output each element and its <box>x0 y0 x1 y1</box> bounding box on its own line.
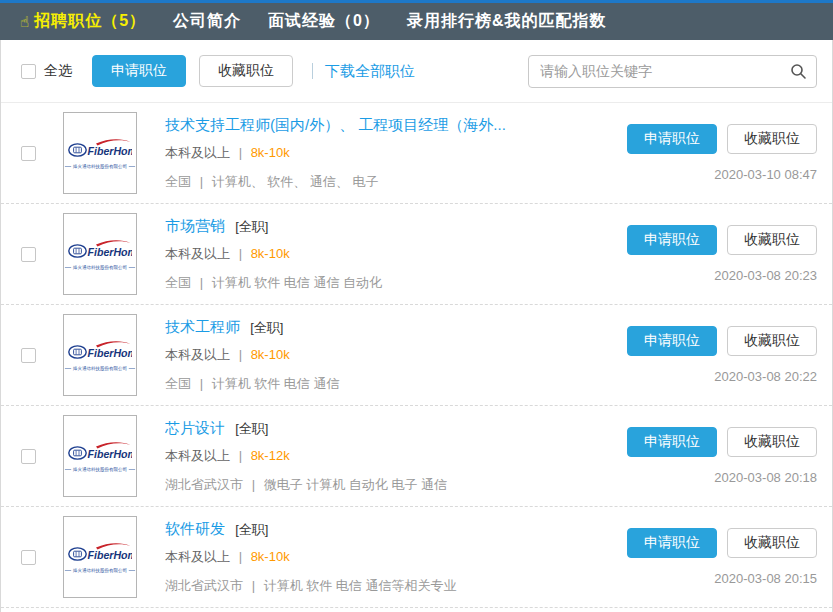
job-row-checkbox[interactable] <box>21 550 36 565</box>
favorite-jobs-button[interactable]: 收藏职位 <box>199 55 293 87</box>
education-label: 本科及以上 <box>165 448 230 463</box>
post-timestamp: 2020-03-08 20:15 <box>714 571 817 586</box>
apply-job-button[interactable]: 申请职位 <box>627 326 717 356</box>
location-label: 全国 <box>165 376 191 391</box>
job-title-link[interactable]: 市场营销 <box>165 217 225 234</box>
toolbar-divider <box>312 63 313 79</box>
location-label: 全国 <box>165 174 191 189</box>
apply-jobs-button[interactable]: 申请职位 <box>92 55 186 87</box>
tab-company-profile-label: 公司简介 <box>173 11 241 32</box>
job-info: 技术工程师 [全职] 本科及以上 | 8k-10k 全国 | 计算机 软件 电信… <box>165 318 627 393</box>
job-requirements: 本科及以上 | 8k-10k <box>165 548 627 566</box>
company-logo: FiberHome 烽火通信科技股份有限公司 <box>63 415 137 497</box>
job-title-line: 市场营销 [全职] <box>165 217 627 236</box>
location-label: 湖北省武汉市 <box>165 578 243 593</box>
favorite-job-button[interactable]: 收藏职位 <box>727 528 817 558</box>
job-location-fields: 全国 | 计算机、 软件、 通信、 电子 <box>165 173 627 191</box>
select-all-checkbox[interactable] <box>21 64 36 79</box>
favorite-job-button[interactable]: 收藏职位 <box>727 326 817 356</box>
post-timestamp: 2020-03-08 20:18 <box>714 470 817 485</box>
post-timestamp: 2020-03-10 08:47 <box>714 167 817 182</box>
favorite-job-button[interactable]: 收藏职位 <box>727 124 817 154</box>
svg-text:FiberHome: FiberHome <box>88 145 133 157</box>
tab-interview-experience-label: 面试经验（0） <box>268 11 380 32</box>
tags-separator: | <box>252 477 255 492</box>
tags-separator: | <box>252 578 255 593</box>
job-info: 芯片设计 [全职] 本科及以上 | 8k-12k 湖北省武汉市 | 微电子 计算… <box>165 419 627 494</box>
job-title-link[interactable]: 技术工程师 <box>165 318 240 335</box>
job-requirements: 本科及以上 | 8k-10k <box>165 144 627 162</box>
action-buttons: 申请职位 收藏职位 <box>627 124 817 154</box>
logo-tagline: 烽火通信科技股份有限公司 <box>63 466 137 471</box>
salary-label: 8k-10k <box>251 549 290 564</box>
action-buttons: 申请职位 收藏职位 <box>627 528 817 558</box>
tab-ranking-match[interactable]: 录用排行榜&我的匹配指数 <box>407 11 607 32</box>
apply-job-button[interactable]: 申请职位 <box>627 225 717 255</box>
location-label: 全国 <box>165 275 191 290</box>
hand-pointer-icon: ☝ <box>20 13 30 31</box>
favorite-job-button[interactable]: 收藏职位 <box>727 225 817 255</box>
job-title-line: 芯片设计 [全职] <box>165 419 627 438</box>
job-row: FiberHome 烽火通信科技股份有限公司 市场营销 [全职] 本科及以上 |… <box>1 204 832 305</box>
job-title-link[interactable]: 软件研发 <box>165 520 225 537</box>
post-timestamp: 2020-03-08 20:23 <box>714 268 817 283</box>
company-logo: FiberHome 烽火通信科技股份有限公司 <box>63 213 137 295</box>
download-all-jobs-link[interactable]: 下载全部职位 <box>325 62 415 81</box>
job-requirements: 本科及以上 | 8k-10k <box>165 346 627 364</box>
tab-interview-experience[interactable]: 面试经验（0） <box>268 11 380 32</box>
post-timestamp: 2020-03-08 20:22 <box>714 369 817 384</box>
job-title-line: 技术工程师 [全职] <box>165 318 627 337</box>
search-icon[interactable] <box>790 63 807 80</box>
fields-label: 计算机、 软件、 通信、 电子 <box>212 174 379 189</box>
svg-text:FiberHome: FiberHome <box>88 347 133 359</box>
education-label: 本科及以上 <box>165 145 230 160</box>
meta-separator: | <box>239 347 242 362</box>
action-buttons: 申请职位 收藏职位 <box>627 225 817 255</box>
tab-company-profile[interactable]: 公司简介 <box>173 11 241 32</box>
logo-tagline: 烽火通信科技股份有限公司 <box>63 365 137 370</box>
tab-jobs[interactable]: ☝ 招聘职位（5） <box>20 11 146 32</box>
svg-text:FiberHome: FiberHome <box>88 549 133 561</box>
tags-separator: | <box>200 174 203 189</box>
job-row-checkbox[interactable] <box>21 146 36 161</box>
company-logo: FiberHome 烽火通信科技股份有限公司 <box>63 516 137 598</box>
apply-job-button[interactable]: 申请职位 <box>627 528 717 558</box>
job-info: 软件研发 [全职] 本科及以上 | 8k-10k 湖北省武汉市 | 计算机 软件… <box>165 520 627 595</box>
fields-label: 计算机 软件 电信 通信等相关专业 <box>264 578 457 593</box>
job-row: FiberHome 烽火通信科技股份有限公司 软件研发 [全职] 本科及以上 |… <box>1 507 832 608</box>
job-location-fields: 全国 | 计算机 软件 电信 通信 <box>165 375 627 393</box>
tab-ranking-match-label: 录用排行榜&我的匹配指数 <box>407 11 607 32</box>
fields-label: 微电子 计算机 自动化 电子 通信 <box>264 477 447 492</box>
job-row-checkbox[interactable] <box>21 247 36 262</box>
fiberhome-logo-icon: FiberHome <box>68 541 132 565</box>
education-label: 本科及以上 <box>165 246 230 261</box>
job-search-input[interactable] <box>540 63 790 79</box>
apply-job-button[interactable]: 申请职位 <box>627 124 717 154</box>
job-title-link[interactable]: 芯片设计 <box>165 419 225 436</box>
job-location-fields: 全国 | 计算机 软件 电信 通信 自动化 <box>165 274 627 292</box>
fiberhome-logo-icon: FiberHome <box>68 238 132 262</box>
job-row-checkbox[interactable] <box>21 449 36 464</box>
job-actions: 申请职位 收藏职位 2020-03-08 20:22 <box>627 326 817 384</box>
job-info: 市场营销 [全职] 本科及以上 | 8k-10k 全国 | 计算机 软件 电信 … <box>165 217 627 292</box>
favorite-job-button[interactable]: 收藏职位 <box>727 427 817 457</box>
job-type-label: [全职] <box>235 421 268 436</box>
meta-separator: | <box>239 246 242 261</box>
job-type-label: [全职] <box>250 320 283 335</box>
fields-label: 计算机 软件 电信 通信 <box>212 376 340 391</box>
job-title-link[interactable]: 技术支持工程师(国内/外）、 工程项目经理（海外... <box>165 116 506 133</box>
select-all-label: 全选 <box>44 62 72 80</box>
job-row-checkbox[interactable] <box>21 348 36 363</box>
action-buttons: 申请职位 收藏职位 <box>627 427 817 457</box>
job-actions: 申请职位 收藏职位 2020-03-08 20:15 <box>627 528 817 586</box>
company-tabbar: ☝ 招聘职位（5） 公司简介 面试经验（0） 录用排行榜&我的匹配指数 <box>0 0 833 40</box>
job-row: FiberHome 烽火通信科技股份有限公司 芯片设计 [全职] 本科及以上 |… <box>1 406 832 507</box>
job-title-line: 技术支持工程师(国内/外）、 工程项目经理（海外... <box>165 116 627 135</box>
job-actions: 申请职位 收藏职位 2020-03-08 20:23 <box>627 225 817 283</box>
fiberhome-logo-icon: FiberHome <box>68 339 132 363</box>
job-location-fields: 湖北省武汉市 | 微电子 计算机 自动化 电子 通信 <box>165 476 627 494</box>
job-location-fields: 湖北省武汉市 | 计算机 软件 电信 通信等相关专业 <box>165 577 627 595</box>
salary-label: 8k-10k <box>251 347 290 362</box>
apply-job-button[interactable]: 申请职位 <box>627 427 717 457</box>
meta-separator: | <box>239 145 242 160</box>
